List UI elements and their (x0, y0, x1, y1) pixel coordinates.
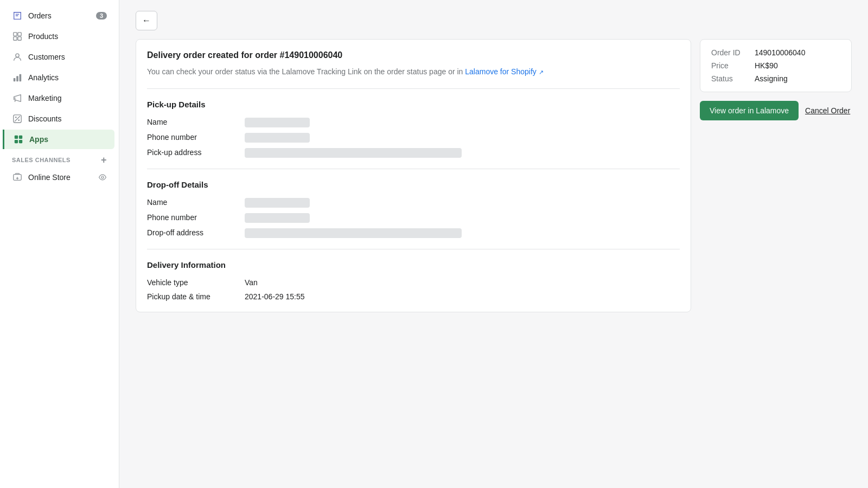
sidebar-item-products-label: Products (28, 32, 58, 41)
divider-3 (147, 249, 680, 249)
cancel-order-button[interactable]: Cancel Order (805, 106, 850, 115)
apps-icon (13, 134, 24, 145)
sidebar-item-analytics-label: Analytics (28, 73, 59, 82)
svg-rect-2 (14, 37, 17, 40)
content-layout: Delivery order created for order #149010… (136, 39, 852, 312)
dropoff-section-title: Drop-off Details (147, 180, 680, 189)
dropoff-address-label: Drop-off address (147, 228, 234, 238)
svg-point-9 (18, 119, 20, 121)
svg-point-4 (16, 54, 19, 57)
price-row: Price HK$90 (711, 61, 840, 70)
pickup-name-value (245, 118, 310, 127)
view-order-button[interactable]: View order in Lalamove (700, 101, 799, 120)
svg-point-16 (101, 176, 104, 178)
delivery-info-grid: Vehicle type Van Pickup date & time 2021… (147, 278, 680, 301)
status-value: Assigning (755, 74, 788, 83)
dropoff-phone-label: Phone number (147, 213, 234, 223)
pickup-section-title: Pick-up Details (147, 100, 680, 109)
sidebar: Orders 3 Products Customers (0, 0, 119, 488)
description-text: You can check your order status via the … (147, 67, 465, 76)
pickup-name-label: Name (147, 118, 234, 127)
price-key: Price (711, 61, 755, 70)
pickup-phone-value (245, 133, 310, 143)
sidebar-item-customers[interactable]: Customers (4, 47, 114, 67)
order-id-key: Order ID (711, 48, 755, 57)
divider-2 (147, 169, 680, 169)
online-store-label: Online Store (28, 173, 71, 182)
vehicle-type-label: Vehicle type (147, 278, 234, 287)
discounts-icon (12, 113, 23, 124)
add-sales-channel-icon[interactable]: + (101, 155, 107, 165)
back-button[interactable]: ← (136, 11, 157, 30)
svg-rect-14 (19, 140, 22, 143)
divider-1 (147, 88, 680, 89)
customers-icon (12, 52, 23, 62)
status-row: Status Assigning (711, 74, 840, 83)
online-store-left: Online Store (12, 172, 71, 183)
eye-icon[interactable] (98, 173, 107, 182)
order-id-value: 149010006040 (755, 48, 805, 57)
pickup-address-label: Pick-up address (147, 148, 234, 158)
external-link-icon: ↗ (539, 69, 544, 75)
svg-rect-13 (15, 140, 18, 143)
sidebar-item-orders[interactable]: Orders 3 (4, 6, 114, 25)
sidebar-item-online-store[interactable]: Online Store (4, 168, 114, 187)
main-content: ← Delivery order created for order #1490… (119, 0, 868, 488)
products-icon (12, 31, 23, 42)
sidebar-item-discounts-label: Discounts (28, 114, 61, 123)
sales-channels-section: SALES CHANNELS + (0, 150, 119, 167)
sidebar-item-analytics[interactable]: Analytics (4, 68, 114, 87)
status-key: Status (711, 74, 755, 83)
order-id-row: Order ID 149010006040 (711, 48, 840, 57)
orders-icon (12, 10, 23, 21)
pickup-datetime-value: 2021-06-29 15:55 (245, 292, 680, 301)
order-info-card: Order ID 149010006040 Price HK$90 Status… (700, 39, 852, 92)
dropoff-name-label: Name (147, 198, 234, 208)
dropoff-address-value (245, 228, 462, 238)
price-value: HK$90 (755, 61, 778, 70)
sidebar-item-marketing-label: Marketing (28, 94, 61, 102)
sidebar-item-apps[interactable]: Apps (3, 130, 114, 149)
action-buttons: View order in Lalamove Cancel Order (700, 101, 852, 120)
delivery-card-description: You can check your order status via the … (147, 66, 680, 78)
marketing-icon (12, 93, 23, 104)
dropoff-info-grid: Name Phone number Drop-off address (147, 198, 680, 238)
sidebar-item-apps-label: Apps (29, 135, 48, 144)
svg-rect-1 (18, 33, 21, 36)
svg-rect-11 (15, 136, 18, 139)
side-panel: Order ID 149010006040 Price HK$90 Status… (700, 39, 852, 120)
dropoff-phone-value (245, 213, 310, 223)
delivery-info-section-title: Delivery Information (147, 260, 680, 269)
svg-rect-12 (19, 136, 22, 139)
pickup-phone-label: Phone number (147, 133, 234, 143)
pickup-info-grid: Name Phone number Pick-up address (147, 118, 680, 158)
orders-badge: 3 (96, 12, 107, 20)
main-delivery-card: Delivery order created for order #149010… (136, 39, 691, 312)
svg-rect-3 (18, 37, 21, 40)
sidebar-item-products[interactable]: Products (4, 27, 114, 46)
lalamove-shopify-link[interactable]: Lalamove for Shopify ↗ (465, 67, 543, 76)
delivery-card-title: Delivery order created for order #149010… (147, 50, 680, 60)
dropoff-name-value (245, 198, 310, 208)
pickup-address-value (245, 148, 462, 158)
sales-channels-label: SALES CHANNELS (12, 157, 71, 163)
svg-point-8 (15, 117, 17, 118)
svg-rect-0 (14, 33, 17, 36)
pickup-datetime-label: Pickup date & time (147, 292, 234, 301)
vehicle-type-value: Van (245, 278, 680, 287)
sidebar-item-orders-label: Orders (28, 11, 52, 20)
online-store-icon (12, 172, 23, 183)
svg-rect-6 (16, 76, 18, 81)
svg-rect-5 (14, 78, 16, 81)
sidebar-item-customers-label: Customers (28, 53, 65, 61)
sidebar-item-discounts[interactable]: Discounts (4, 109, 114, 129)
svg-rect-7 (20, 74, 22, 82)
analytics-icon (12, 72, 23, 83)
sidebar-item-marketing[interactable]: Marketing (4, 88, 114, 108)
